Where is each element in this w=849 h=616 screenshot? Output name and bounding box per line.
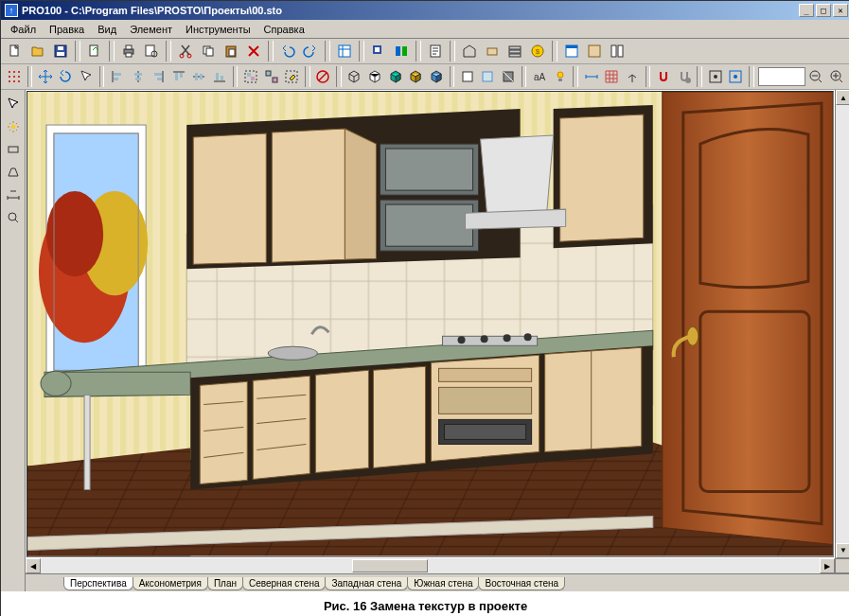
- labels-button[interactable]: aA: [530, 66, 549, 87]
- print-button[interactable]: [118, 41, 139, 62]
- view-colors-button[interactable]: [386, 66, 405, 87]
- align-center-v-button[interactable]: [190, 66, 209, 87]
- scroll-left-button[interactable]: ◀: [26, 558, 41, 573]
- align-top-button[interactable]: [169, 66, 188, 87]
- structure-window-button[interactable]: [607, 41, 628, 62]
- zoom-out-button[interactable]: [807, 66, 826, 87]
- tab-axonometry[interactable]: Аксонометрия: [133, 577, 208, 590]
- import-button[interactable]: [84, 41, 105, 62]
- save-file-button[interactable]: [50, 41, 71, 62]
- shading-button[interactable]: [499, 66, 518, 87]
- tab-north-wall[interactable]: Северная стена: [242, 577, 327, 590]
- menu-file[interactable]: Файл: [5, 22, 42, 37]
- move-tool-button[interactable]: [36, 66, 55, 87]
- close-button[interactable]: ✕: [833, 4, 848, 17]
- select-tool-button[interactable]: [77, 66, 96, 87]
- axes-button[interactable]: [623, 66, 642, 87]
- scrollbar-vertical[interactable]: ▲ ▼: [835, 90, 849, 558]
- svg-rect-20: [402, 46, 407, 56]
- grid-button[interactable]: [603, 66, 622, 87]
- rotate-tool-button[interactable]: [57, 66, 76, 87]
- scrollbar-horizontal[interactable]: ◀ ▶: [26, 558, 849, 573]
- scroll-h-thumb[interactable]: [352, 559, 428, 572]
- ungroup-button[interactable]: [262, 66, 281, 87]
- menu-view[interactable]: Вид: [92, 22, 122, 37]
- svg-rect-3: [58, 46, 63, 50]
- zoom-tool-button[interactable]: [3, 207, 24, 228]
- tab-south-wall[interactable]: Южная стена: [407, 577, 479, 590]
- dimension-tool-button[interactable]: [3, 185, 24, 205]
- snap-grid-button[interactable]: [5, 66, 24, 87]
- new-element-button[interactable]: [482, 41, 503, 62]
- print-preview-button[interactable]: [141, 41, 162, 62]
- dimensions-button[interactable]: [582, 66, 601, 87]
- svg-rect-50: [195, 73, 198, 80]
- scroll-h-track[interactable]: [41, 558, 820, 573]
- maximize-button[interactable]: □: [816, 4, 831, 17]
- light-tool-button[interactable]: [3, 116, 24, 137]
- align-right-button[interactable]: [150, 66, 168, 87]
- redo-button[interactable]: [300, 41, 321, 62]
- new-file-button[interactable]: [5, 41, 26, 62]
- scroll-right-button[interactable]: ▶: [820, 558, 835, 573]
- svg-text:aA: aA: [534, 72, 546, 82]
- paste-button[interactable]: [221, 41, 241, 62]
- svg-point-37: [13, 76, 15, 78]
- view-shaded-button[interactable]: [427, 66, 446, 87]
- menu-tools[interactable]: Инструменты: [180, 22, 256, 37]
- copy-button[interactable]: [198, 41, 219, 62]
- menu-element[interactable]: Элемент: [124, 22, 178, 37]
- edit-group-button[interactable]: [282, 66, 301, 87]
- room-button[interactable]: [459, 41, 480, 62]
- title-bar: ↑ PRO100 - C:\Program Files\PROSTO\Проек…: [1, 1, 849, 20]
- minimize-button[interactable]: _: [799, 4, 814, 17]
- cut-button[interactable]: [175, 41, 196, 62]
- save-element-button[interactable]: [368, 41, 389, 62]
- snap-settings-button[interactable]: [675, 66, 694, 87]
- open-file-button[interactable]: [27, 41, 48, 62]
- scroll-up-button[interactable]: ▲: [836, 90, 849, 105]
- snap-on-button[interactable]: [654, 66, 673, 87]
- left-toolbar: [1, 90, 26, 591]
- center-view-button[interactable]: [706, 66, 725, 87]
- view-wireframe-button[interactable]: [345, 66, 364, 87]
- svg-marker-117: [200, 381, 247, 484]
- 3d-viewport[interactable]: [27, 91, 834, 557]
- piece-list-button[interactable]: [504, 41, 525, 62]
- zoom-in-button[interactable]: [827, 66, 846, 87]
- scroll-down-button[interactable]: ▼: [836, 543, 849, 558]
- delete-button[interactable]: [243, 41, 264, 62]
- price-button[interactable]: $: [527, 41, 548, 62]
- panel-tool-button[interactable]: [3, 139, 24, 160]
- menu-edit[interactable]: Правка: [44, 22, 90, 37]
- tab-perspective[interactable]: Перспектива: [63, 577, 133, 590]
- lights-button[interactable]: [551, 66, 570, 87]
- library-window-button[interactable]: [561, 41, 582, 62]
- svg-point-113: [481, 335, 488, 343]
- svg-rect-13: [206, 48, 213, 56]
- zoom-input[interactable]: [758, 67, 805, 86]
- contours-button[interactable]: [458, 66, 477, 87]
- tab-plan[interactable]: План: [207, 577, 243, 590]
- menu-help[interactable]: Справка: [258, 22, 310, 37]
- tab-east-wall[interactable]: Восточная стена: [478, 577, 565, 590]
- reports-button[interactable]: [425, 41, 446, 62]
- align-left-button[interactable]: [108, 66, 127, 87]
- properties-button[interactable]: [334, 41, 355, 62]
- undo-button[interactable]: [277, 41, 298, 62]
- auto-center-button[interactable]: [727, 66, 746, 87]
- view-textures-button[interactable]: [406, 66, 425, 87]
- tab-west-wall[interactable]: Западная стена: [325, 577, 408, 590]
- align-center-h-button[interactable]: [129, 66, 148, 87]
- shape-tool-button[interactable]: [3, 162, 24, 183]
- group-button[interactable]: [241, 66, 260, 87]
- scroll-v-track[interactable]: [836, 105, 849, 543]
- catalog-button[interactable]: [391, 41, 412, 62]
- view-sketch-button[interactable]: [365, 66, 384, 87]
- materials-window-button[interactable]: [584, 41, 605, 62]
- align-bottom-button[interactable]: [210, 66, 229, 87]
- pointer-tool-button[interactable]: [3, 94, 24, 114]
- svg-rect-18: [375, 47, 380, 52]
- no-collision-button[interactable]: [314, 66, 333, 87]
- transparent-button[interactable]: [479, 66, 498, 87]
